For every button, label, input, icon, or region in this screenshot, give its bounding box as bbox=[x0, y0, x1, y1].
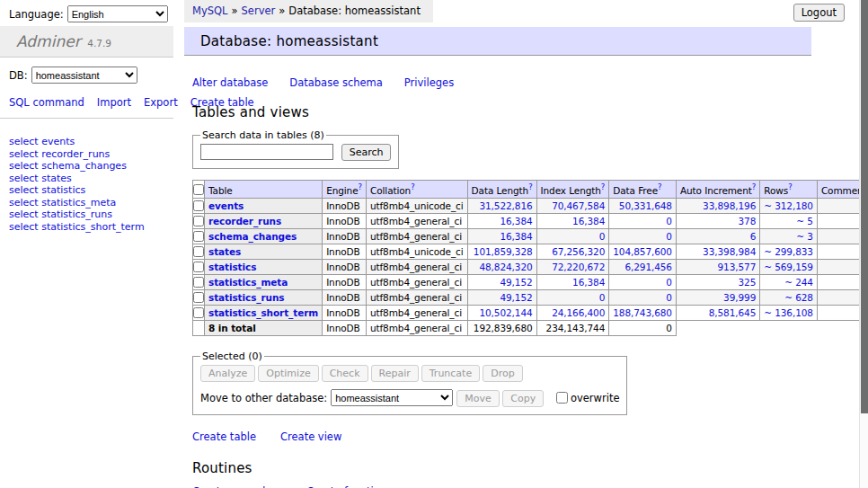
auto-increment-link[interactable]: 6 bbox=[750, 231, 757, 242]
table-name-link[interactable]: events bbox=[208, 200, 244, 211]
breadcrumb-link-server[interactable]: Server bbox=[242, 4, 276, 17]
routine-link[interactable]: Create procedure bbox=[192, 485, 282, 488]
data-free-link[interactable]: 0 bbox=[666, 216, 672, 226]
auto-increment-link[interactable]: 39,999 bbox=[723, 292, 756, 303]
table-name-link[interactable]: schema_changes bbox=[208, 231, 297, 242]
index-length-link[interactable]: 0 bbox=[599, 292, 606, 303]
sidebar-action-link[interactable]: SQL command bbox=[9, 96, 84, 109]
data-length-link[interactable]: 48,824,320 bbox=[479, 262, 532, 272]
selected-action-button[interactable]: Analyze bbox=[200, 365, 255, 382]
data-length-link[interactable]: 49,152 bbox=[500, 277, 532, 288]
index-length-link[interactable]: 16,384 bbox=[572, 277, 605, 288]
database-action-link[interactable]: Database schema bbox=[289, 76, 382, 89]
sidebar-select-link[interactable]: select recorder_runs bbox=[9, 148, 145, 160]
column-help-link[interactable]: ? bbox=[601, 182, 605, 191]
index-length-link[interactable]: 16,384 bbox=[572, 216, 605, 226]
rows-count-link[interactable]: ~ 3 bbox=[796, 231, 813, 242]
table-name-link[interactable]: statistics_short_term bbox=[208, 307, 318, 318]
table-name-link[interactable]: statistics_runs bbox=[208, 292, 284, 303]
row-checkbox[interactable] bbox=[193, 200, 204, 211]
database-action-link[interactable]: Privileges bbox=[404, 76, 454, 89]
vertical-scrollbar[interactable] bbox=[859, 0, 868, 488]
sidebar-select-link[interactable]: select statistics bbox=[9, 184, 145, 196]
column-help-link[interactable]: ? bbox=[411, 182, 414, 191]
auto-increment-link[interactable]: 913,577 bbox=[718, 262, 757, 272]
selected-action-button[interactable]: Truncate bbox=[421, 365, 480, 382]
data-length-link[interactable]: 101,859,328 bbox=[474, 246, 533, 257]
table-name-link[interactable]: statistics_meta bbox=[208, 277, 288, 288]
move-database-select[interactable]: homeassistant bbox=[331, 389, 453, 406]
rows-count-link[interactable]: ~ 299,833 bbox=[764, 246, 813, 257]
auto-increment-link[interactable]: 33,898,196 bbox=[703, 200, 756, 211]
logout-button[interactable]: Logout bbox=[793, 4, 845, 22]
data-length-link[interactable]: 10,502,144 bbox=[479, 307, 532, 318]
auto-increment-link[interactable]: 325 bbox=[738, 277, 756, 288]
rows-count-link[interactable]: ~ 628 bbox=[784, 292, 813, 303]
row-checkbox[interactable] bbox=[193, 246, 204, 257]
index-length-link[interactable]: 72,220,672 bbox=[552, 262, 605, 272]
data-length-link[interactable]: 16,384 bbox=[500, 231, 532, 242]
selected-action-button[interactable]: Optimize bbox=[258, 365, 318, 382]
sidebar-select-link[interactable]: select statistics_short_term bbox=[9, 221, 145, 233]
index-length-link[interactable]: 67,256,320 bbox=[552, 246, 605, 257]
db-select[interactable]: homeassistant bbox=[31, 67, 137, 84]
table-name-link[interactable]: statistics bbox=[208, 262, 256, 272]
sidebar-select-link[interactable]: select statistics_runs bbox=[9, 209, 145, 220]
rows-count-link[interactable]: ~ 136,108 bbox=[764, 307, 813, 318]
column-help-link[interactable]: ? bbox=[752, 182, 756, 191]
breadcrumb-link-mysql[interactable]: MySQL bbox=[192, 4, 228, 17]
row-checkbox[interactable] bbox=[193, 292, 204, 303]
rows-count-link[interactable]: ~ 5 bbox=[796, 216, 813, 226]
table-name-link[interactable]: recorder_runs bbox=[208, 216, 281, 226]
selected-action-button[interactable]: Check bbox=[322, 365, 368, 382]
routine-link[interactable]: Create function bbox=[306, 485, 386, 488]
column-help-link[interactable]: ? bbox=[359, 182, 362, 191]
select-all-checkbox[interactable] bbox=[193, 184, 204, 195]
rows-count-link[interactable]: ~ 312,180 bbox=[764, 200, 813, 211]
data-length-link[interactable]: 31,522,816 bbox=[479, 200, 532, 211]
column-help-link[interactable]: ? bbox=[528, 182, 532, 191]
search-tables-input[interactable] bbox=[200, 144, 333, 160]
create-link[interactable]: Create view bbox=[280, 430, 341, 443]
table-name-link[interactable]: states bbox=[208, 246, 241, 257]
move-button[interactable]: Move bbox=[456, 390, 500, 407]
index-length-link[interactable]: 24,166,400 bbox=[552, 307, 605, 318]
selected-action-button[interactable]: Drop bbox=[483, 365, 522, 382]
data-free-link[interactable]: 50,331,648 bbox=[619, 200, 672, 211]
selected-action-button[interactable]: Repair bbox=[371, 365, 419, 382]
row-checkbox[interactable] bbox=[193, 277, 204, 288]
create-link[interactable]: Create table bbox=[192, 430, 256, 443]
index-length-link[interactable]: 0 bbox=[599, 231, 606, 242]
sidebar-select-link[interactable]: select statistics_meta bbox=[9, 197, 145, 209]
data-free-link[interactable]: 104,857,600 bbox=[613, 246, 672, 257]
auto-increment-link[interactable]: 8,581,645 bbox=[709, 307, 757, 318]
search-button[interactable]: Search bbox=[341, 144, 392, 161]
column-help-link[interactable]: ? bbox=[788, 182, 792, 191]
data-length-link[interactable]: 16,384 bbox=[500, 216, 532, 226]
overwrite-checkbox[interactable] bbox=[556, 392, 568, 404]
auto-increment-link[interactable]: 33,398,984 bbox=[703, 246, 756, 257]
sidebar-action-link[interactable]: Export bbox=[144, 96, 178, 109]
data-free-link[interactable]: 0 bbox=[666, 277, 672, 288]
rows-count-link[interactable]: ~ 569,159 bbox=[764, 262, 813, 272]
rows-count-link[interactable]: ~ 244 bbox=[784, 277, 813, 288]
sidebar-select-link[interactable]: select schema_changes bbox=[9, 160, 145, 172]
auto-increment-link[interactable]: 378 bbox=[738, 216, 756, 226]
data-free-link[interactable]: 6,291,456 bbox=[624, 262, 672, 272]
language-select[interactable]: English bbox=[67, 5, 168, 22]
scrollbar-thumb[interactable] bbox=[861, 0, 868, 413]
data-length-link[interactable]: 49,152 bbox=[500, 292, 532, 303]
data-free-link[interactable]: 188,743,680 bbox=[613, 307, 672, 318]
database-action-link[interactable]: Alter database bbox=[192, 76, 268, 89]
row-checkbox[interactable] bbox=[193, 262, 204, 272]
copy-button[interactable]: Copy bbox=[502, 390, 544, 407]
row-checkbox[interactable] bbox=[193, 231, 204, 242]
sidebar-select-link[interactable]: select states bbox=[9, 173, 145, 184]
sidebar-select-link[interactable]: select events bbox=[9, 136, 145, 147]
index-length-link[interactable]: 70,467,584 bbox=[552, 200, 605, 211]
row-checkbox[interactable] bbox=[193, 307, 204, 318]
column-help-link[interactable]: ? bbox=[658, 182, 661, 191]
data-free-link[interactable]: 0 bbox=[666, 292, 672, 303]
sidebar-action-link[interactable]: Import bbox=[97, 96, 131, 109]
data-free-link[interactable]: 0 bbox=[666, 231, 672, 242]
